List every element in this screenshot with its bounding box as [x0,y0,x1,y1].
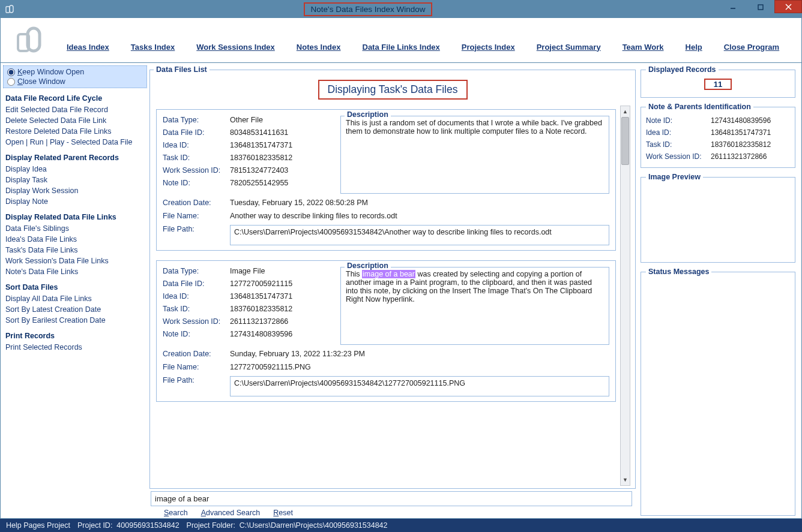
description-box: DescriptionThis image of a bear was crea… [340,267,609,345]
field-value: 78151324772403 [230,166,288,175]
field-label: Data Type: [163,267,230,275]
field-value: 136481351747371 [230,141,292,149]
field-label: Idea ID: [163,292,230,300]
displayed-records-legend: Displayed Records [646,65,719,74]
menubar: Ideas Index Tasks Index Work Sessions In… [1,18,801,62]
titlebar: Note's Data Files Index Window [0,0,802,18]
status-project-id: 400956931534842 [116,521,179,530]
status-messages-legend: Status Messages [646,267,711,276]
list-heading: Displaying Task's Data Files [318,80,468,100]
menu-notes-index[interactable]: Notes Index [297,43,341,52]
field-label: Task ID: [163,305,230,313]
search-input[interactable] [151,491,632,506]
maximize-button[interactable] [747,0,774,14]
sidebar-item[interactable]: Display Idea [3,164,147,175]
scroll-up-icon[interactable]: ▲ [621,106,630,117]
field-label: Data File ID: [163,128,230,137]
field-value: 127727005921115 [230,279,292,288]
menu-team-work[interactable]: Team Work [623,43,664,52]
sidebar-item[interactable]: Display Work Session [3,185,147,196]
field-value: 26111321372866 [230,317,288,326]
radio-close-window[interactable]: Close Window [7,77,143,86]
data-file-record[interactable]: Data Type:Image FileData File ID:1277270… [156,260,616,402]
menu-work-sessions-index[interactable]: Work Sessions Index [196,43,275,52]
data-file-record[interactable]: Data Type:Other FileData File ID:8034853… [156,109,616,251]
field-value: Sunday, February 13, 2022 11:32:23 PM [230,350,609,358]
description-label: Description [345,262,391,270]
reset-link[interactable]: Reset [273,509,293,517]
field-value: Another way to describe linking files to… [230,212,609,220]
field-label: Idea ID: [163,141,230,149]
sidebar-item[interactable]: Open | Run | Play - Selected Data File [3,137,147,148]
sidebar: Keep Window Open Close Window Data File … [3,63,147,518]
close-window-button[interactable] [774,0,802,13]
sidebar-item[interactable]: Task's Data File Links [3,245,147,256]
idea-id-value: 136481351747371 [711,128,771,137]
sidebar-group-header: Display Related Data File Links [3,207,147,223]
minimize-button[interactable] [719,0,747,14]
sidebar-item[interactable]: Work Session's Data File Links [3,256,147,266]
window-title: Note's Data Files Index Window [304,2,433,16]
scrollbar[interactable]: ▲ ▼ [620,106,630,486]
field-label: Task ID: [163,154,230,162]
sidebar-group-header: Sort Data Files [3,277,147,293]
search-highlight: image of a bear [362,270,415,278]
field-label: Note ID: [163,330,230,338]
field-label: Creation Date: [163,199,230,207]
description-label: Description [345,110,391,119]
menu-help[interactable]: Help [686,43,702,52]
sidebar-item[interactable]: Sort By Latest Creation Date [3,304,147,315]
field-value: 183760182335812 [230,305,292,313]
data-files-list-legend: Data Files List [154,65,210,74]
field-value: 127431480839596 [230,330,292,338]
app-logo-icon [13,24,50,55]
field-value: Image File [230,267,265,275]
sidebar-item[interactable]: Delete Selected Data File Link [3,115,147,126]
scroll-down-icon[interactable]: ▼ [621,474,630,485]
radio-keep-window-open[interactable]: Keep Window Open [7,67,143,77]
sidebar-item[interactable]: Display Note [3,196,147,207]
field-value: Other File [230,116,263,124]
ws-id-label: Work Session ID: [646,152,711,161]
menu-project-summary[interactable]: Project Summary [537,43,601,52]
field-label: Work Session ID: [163,317,230,326]
field-label: File Path: [163,376,230,396]
statusbar: Help Pages Project Project ID: 400956931… [0,519,802,532]
menu-ideas-index[interactable]: Ideas Index [67,43,109,52]
field-value: C:\Users\Darren\Projects\400956931534842… [230,225,609,245]
task-id-label: Task ID: [646,140,711,149]
sidebar-item[interactable]: Note's Data File Links [3,266,147,277]
sidebar-item[interactable]: Data File's Siblings [3,223,147,234]
menu-projects-index[interactable]: Projects Index [462,43,515,52]
menu-tasks-index[interactable]: Tasks Index [131,43,175,52]
note-id-value: 127431480839596 [711,116,771,125]
field-label: Note ID: [163,179,230,187]
menu-close-program[interactable]: Close Program [724,43,779,52]
sidebar-item[interactable]: Display All Data File Links [3,293,147,304]
menu-data-file-links-index[interactable]: Data File Links Index [363,43,440,52]
sidebar-item[interactable]: Restore Deleted Data File Links [3,126,147,137]
app-icon [4,2,17,16]
sidebar-item[interactable]: Print Selected Records [3,342,147,353]
field-label: Creation Date: [163,350,230,358]
advanced-search-link[interactable]: Advanced Search [201,509,261,517]
ws-id-value: 26111321372866 [711,152,767,161]
search-link[interactable]: Search [164,509,188,517]
identification-legend: Note & Parents Identification [646,103,753,111]
svg-rect-0 [6,7,10,13]
sidebar-item[interactable]: Edit Selected Data File Record [3,104,147,115]
field-label: File Name: [163,212,230,220]
sidebar-item[interactable]: Sort By Earilest Creation Date [3,315,147,326]
status-help-pages[interactable]: Help Pages Project [6,521,70,530]
field-value: 136481351747371 [230,292,292,300]
sidebar-item[interactable]: Idea's Data File Links [3,234,147,245]
scroll-thumb[interactable] [621,117,629,165]
note-id-label: Note ID: [646,116,711,125]
description-box: DescriptionThis is just a random set of … [340,116,609,194]
field-value: 127727005921115.PNG [230,363,609,371]
sidebar-group-header: Display Related Parent Records [3,148,147,164]
status-project-id-label: Project ID: [77,521,112,530]
sidebar-item[interactable]: Display Task [3,175,147,185]
status-project-folder-label: Project Folder: [187,521,235,530]
field-value: Tuesday, February 15, 2022 08:50:28 PM [230,199,609,207]
